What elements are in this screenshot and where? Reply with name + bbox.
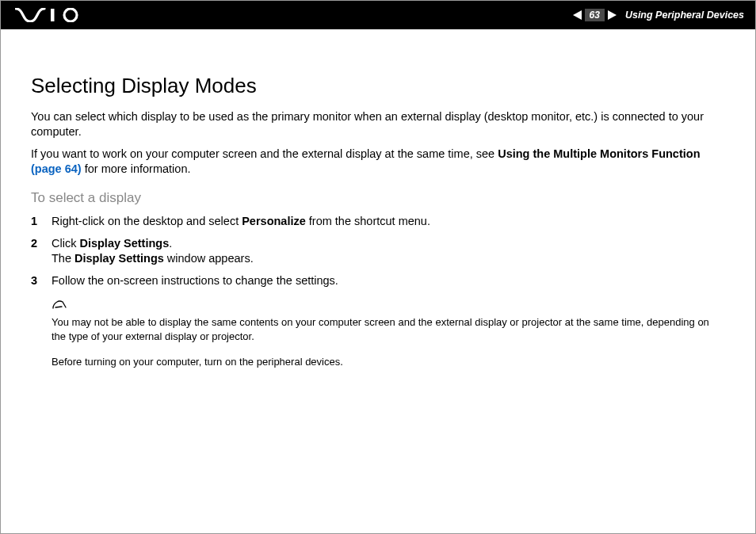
step-text: Click Display Settings. The Display Sett… [52,236,725,267]
page-title: Selecting Display Modes [31,74,725,98]
step1-pre: Right-click on the desktop and select [52,215,242,227]
intro2-bold: Using the Multiple Monitors Function [498,147,700,160]
header-right: 63 Using Peripheral Devices [572,9,744,21]
next-page-button[interactable] [606,10,617,21]
steps-list: 1 Right-click on the desktop and select … [31,214,725,288]
header-bar: 63 Using Peripheral Devices [1,1,755,29]
page: 63 Using Peripheral Devices Selecting Di… [0,0,756,534]
step-number: 2 [31,236,52,252]
note-block: You may not be able to display the same … [31,299,725,368]
intro-paragraph-1: You can select which display to be used … [31,109,725,139]
svg-point-1 [64,9,77,21]
step2-l1-pre: Click [52,237,79,250]
page-link-64[interactable]: (page 64) [31,162,82,175]
svg-rect-0 [51,9,55,21]
step-2: 2 Click Display Settings. The Display Se… [31,236,725,267]
step2-l2-post: window appears. [164,252,254,265]
step2-l2-pre: The [52,252,74,265]
step-text: Follow the on-screen instructions to cha… [52,273,725,289]
step2-l1-bold: Display Settings [79,237,169,250]
intro2-text-a: If you want to work on your computer scr… [31,147,498,160]
svg-marker-3 [608,10,617,20]
step-3: 3 Follow the on-screen instructions to c… [31,273,725,289]
section-title: Using Peripheral Devices [625,10,744,21]
intro2-text-b: for more information. [82,162,191,175]
step2-l2-bold: Display Settings [74,252,164,265]
svg-marker-2 [573,10,582,20]
step-number: 1 [31,214,52,230]
intro-paragraph-2: If you want to work on your computer scr… [31,147,725,176]
subheading: To select a display [31,190,725,206]
page-nav: 63 [572,9,617,21]
step1-post: from the shortcut menu. [306,215,430,227]
page-number: 63 [585,9,605,21]
step-number: 3 [31,273,52,289]
note-text-2: Before turning on your computer, turn on… [52,355,725,369]
step2-l1-post: . [169,237,172,250]
vaio-logo [15,8,83,22]
step1-bold: Personalize [242,215,306,227]
content-area: Selecting Display Modes You can select w… [1,29,755,368]
prev-page-button[interactable] [572,10,583,21]
note-icon [52,299,725,314]
step-text: Right-click on the desktop and select Pe… [52,214,725,230]
note-text-1: You may not be able to display the same … [52,315,725,343]
step-1: 1 Right-click on the desktop and select … [31,214,725,230]
